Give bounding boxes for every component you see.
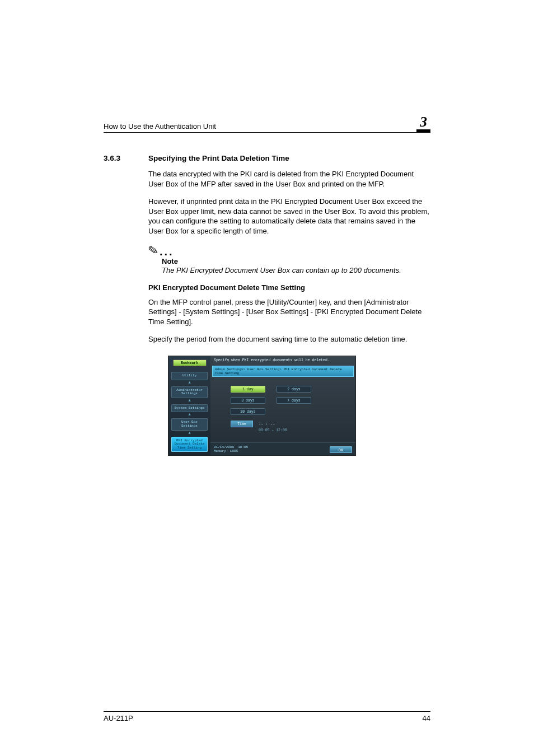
- panel-memory-value: 100%: [230, 449, 238, 453]
- note-dots: ...: [160, 245, 174, 258]
- ok-button[interactable]: OK: [330, 446, 352, 453]
- nav-utility[interactable]: Utility: [171, 372, 208, 380]
- panel-options: 1 day 2 days 3 days 7 days 30 days: [210, 377, 355, 419]
- footer-model: AU-211P: [104, 714, 133, 722]
- panel-footer: 01/14/2009 10:05 Memory 100% OK: [210, 442, 355, 455]
- header-title: How to Use the Authentication Unit: [104, 122, 216, 130]
- note-text: The PKI Encrypted Document User Box can …: [162, 265, 430, 276]
- section-number: 3.6.3: [104, 154, 126, 162]
- page-footer: AU-211P 44: [104, 711, 430, 722]
- page-header: How to Use the Authentication Unit 3: [104, 115, 430, 133]
- panel-main: Specify when PKI encrypted documents wil…: [210, 356, 355, 455]
- section-heading: 3.6.3 Specifying the Print Data Deletion…: [104, 154, 430, 162]
- time-row: Time -- : --: [231, 421, 355, 427]
- panel-memory-label: Memory: [214, 449, 226, 453]
- nav-admin-settings[interactable]: Administrator Settings: [171, 386, 208, 398]
- time-value: -- : --: [259, 422, 275, 426]
- paragraph-4: Specify the period from the document sav…: [148, 334, 430, 344]
- sub-heading: PKI Encrypted Document Delete Time Setti…: [148, 283, 430, 292]
- note-block: ✎... Note The PKI Encrypted Document Use…: [148, 244, 430, 276]
- paragraph-1: The data encrypted with the PKI card is …: [148, 169, 430, 189]
- footer-page-number: 44: [423, 714, 430, 722]
- chevron-up-icon: ▲: [171, 413, 208, 417]
- section-title: Specifying the Print Data Deletion Time: [148, 154, 289, 162]
- nav-system-settings[interactable]: System Settings: [171, 404, 208, 413]
- panel-breadcrumb: Admin Settings> User Box Setting> PKI En…: [212, 366, 354, 377]
- chapter-number: 3: [416, 115, 430, 132]
- nav-userbox-settings[interactable]: User Box Settings: [171, 418, 208, 430]
- option-2-days[interactable]: 2 days: [277, 386, 311, 393]
- bookmark-button[interactable]: Bookmark: [173, 360, 207, 366]
- panel-instruction: Specify when PKI encrypted documents wil…: [210, 356, 355, 366]
- panel-sidebar: Bookmark Utility ▲ Administrator Setting…: [168, 356, 210, 455]
- option-7-days[interactable]: 7 days: [277, 397, 311, 404]
- option-3-days[interactable]: 3 days: [231, 397, 265, 404]
- option-time[interactable]: Time: [231, 421, 253, 427]
- pen-icon: ✎: [147, 243, 160, 259]
- nav-pki-delete-time[interactable]: PKI Encrypted Document Delete Time Setti…: [171, 437, 208, 452]
- chevron-up-icon: ▲: [171, 399, 208, 403]
- option-1-day[interactable]: 1 day: [231, 386, 265, 393]
- panel-datetime: 01/14/2009 10:05 Memory 100%: [214, 445, 248, 453]
- chevron-up-icon: ▲: [171, 381, 208, 385]
- paragraph-3: On the MFP control panel, press the [Uti…: [148, 297, 430, 327]
- chevron-up-icon: ▲: [171, 431, 208, 435]
- option-30-days[interactable]: 30 days: [231, 408, 265, 415]
- paragraph-2: However, if unprinted print data in the …: [148, 197, 430, 236]
- mfp-panel-screenshot: Bookmark Utility ▲ Administrator Setting…: [168, 356, 356, 456]
- panel-date: 01/14/2009: [214, 445, 234, 449]
- panel-time: 10:05: [238, 445, 248, 449]
- note-label: Note: [162, 257, 430, 265]
- time-range: 00:05 - 12:00: [259, 428, 355, 432]
